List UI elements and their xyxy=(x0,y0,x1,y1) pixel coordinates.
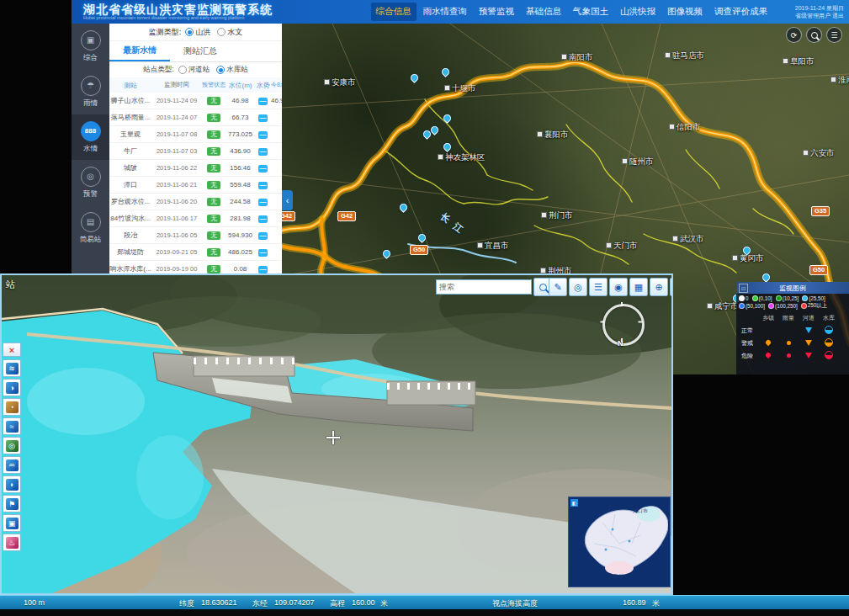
station-name[interactable]: 牛厂 xyxy=(109,146,151,156)
table-row[interactable]: 段冶 2019-11-06 05 无 594.930 — xyxy=(109,227,282,244)
table-row[interactable]: 牛厂 2019-11-07 03 无 436.90 — xyxy=(109,143,282,160)
tool-button[interactable]: ≋ xyxy=(3,359,21,377)
table-row[interactable]: 潭口 2019-11-06 21 无 559.48 — xyxy=(109,177,282,194)
radio-option[interactable]: 山洪 xyxy=(185,27,210,38)
tool-icon: ♒ xyxy=(6,459,19,471)
tool-button[interactable]: ◔ xyxy=(3,398,21,416)
alarm-status: 无 xyxy=(202,198,226,206)
sidebar-item[interactable]: ☂ 雨情 xyxy=(72,69,109,114)
tool-button[interactable]: ◑ xyxy=(3,379,21,396)
toolbar-button[interactable]: ✎ xyxy=(549,278,567,296)
legend-collapse-icon[interactable]: ⊡ xyxy=(739,284,748,293)
overview-inset-map[interactable]: ◧ 海口市三亚市 xyxy=(568,497,671,587)
station-name[interactable]: 玉皇观 xyxy=(109,130,151,139)
nav-item[interactable]: 基础信息 xyxy=(521,3,566,21)
inset-city-label: 海口市 xyxy=(633,507,648,515)
monitor-time: 2019-11-06 20 xyxy=(151,198,202,205)
station-name[interactable]: 落马桥雨量... xyxy=(109,113,151,122)
table-row[interactable]: 郧城堤防 2019-09-21 05 无 486.025 — xyxy=(109,244,282,261)
search-input[interactable] xyxy=(436,279,532,295)
radio-option[interactable]: 河道站 xyxy=(178,65,210,75)
station-name[interactable]: 段冶 xyxy=(109,231,151,240)
radio-option[interactable]: 水文 xyxy=(217,27,242,38)
close-icon[interactable]: × xyxy=(3,343,21,357)
sidebar-item-icon: ▣ xyxy=(81,30,101,50)
toolbar-button[interactable]: ☰ xyxy=(589,278,608,296)
station-name[interactable]: 城陂 xyxy=(109,163,151,173)
status-badge: 无 xyxy=(207,198,220,206)
sidebar-item-label: 预警 xyxy=(83,189,98,199)
toolbar-button[interactable]: ▦ xyxy=(629,278,648,296)
col-today[interactable]: 今8水位(m) xyxy=(271,81,281,89)
station-name[interactable]: 郧城堤防 xyxy=(109,247,151,257)
col-time[interactable]: 监测时间 xyxy=(151,81,202,89)
toolbar-button[interactable]: ◎ xyxy=(569,278,587,296)
nav-item[interactable]: 图像视频 xyxy=(662,3,708,21)
sidebar-item-label: 综合 xyxy=(83,53,98,63)
panel-tab[interactable]: 最新水情 xyxy=(109,41,170,61)
layers-icon[interactable]: ☰ xyxy=(826,27,842,43)
scene-toolbar: ✎◎☰◉▦⊕↶ xyxy=(547,278,673,296)
alarm-status: 无 xyxy=(202,215,226,223)
inset-toggle-icon[interactable]: ◧ xyxy=(570,499,578,507)
col-status[interactable]: 预警状态 xyxy=(202,81,226,89)
panel-collapse-button[interactable]: ‹ xyxy=(282,190,293,210)
tool-button[interactable]: ▣ xyxy=(3,514,21,532)
table-row[interactable]: 城陂 2019-11-06 22 无 156.46 — xyxy=(109,160,282,177)
table-row[interactable]: 玉皇观 2019-11-07 08 无 773.025 — xyxy=(109,126,282,143)
tool-button[interactable]: ◎ xyxy=(3,437,21,454)
tool-icon: ◑ xyxy=(6,382,19,394)
rain-legend-item: 0 xyxy=(739,295,749,301)
col-level[interactable]: 水位(m) xyxy=(226,81,255,90)
town-pin-icon xyxy=(765,352,772,358)
sidebar-item[interactable]: ▣ 综合 xyxy=(72,24,109,69)
toolbar-button[interactable]: ◉ xyxy=(609,278,628,296)
tool-button[interactable]: ◗ xyxy=(3,475,21,493)
table-row[interactable]: 落马桥雨量... 2019-11-24 07 无 66.73 — xyxy=(109,109,282,126)
trend-steady-icon: — xyxy=(258,199,268,206)
station-name[interactable]: 潭口 xyxy=(109,180,151,189)
panel-tab[interactable]: 测站汇总 xyxy=(170,41,231,61)
table-row[interactable]: 罗台观水位... 2019-11-06 20 无 244.58 — xyxy=(109,194,282,210)
row-label: 危险 xyxy=(736,352,758,360)
nav-item[interactable]: 综合信息 xyxy=(371,3,417,21)
rotate-icon[interactable]: ⟳ xyxy=(786,27,802,43)
viewer-3d-window[interactable]: 站 ✎◎☰◉▦⊕↶ N × ≋◑◔≈◎♒◗⚑▣♨ ◧ xyxy=(0,273,673,595)
status-badge: 无 xyxy=(207,265,220,273)
nav-item[interactable]: 气象国土 xyxy=(568,3,613,21)
table-row[interactable]: 84竹坡沟水... 2019-11-06 17 无 281.98 — xyxy=(109,210,282,227)
current-user[interactable]: 省级管理用户 退出 xyxy=(780,12,844,19)
station-type-filter: 站点类型: 河道站水库站 xyxy=(109,62,282,77)
nav-item[interactable]: 预警监视 xyxy=(474,3,519,21)
tool-button[interactable]: ♒ xyxy=(3,456,21,474)
sidebar-item[interactable]: ◎ 预警 xyxy=(72,160,109,205)
search-icon[interactable] xyxy=(806,27,822,43)
water-level: 244.58 xyxy=(226,198,255,205)
station-name[interactable]: 狮子山水位... xyxy=(109,96,151,105)
station-name[interactable]: 84竹坡沟水... xyxy=(109,214,151,223)
col-station[interactable]: 测站 xyxy=(109,81,151,90)
sidebar-item-label: 雨情 xyxy=(83,98,98,109)
toolbar-button[interactable]: ↶ xyxy=(670,278,673,296)
sidebar-item-label: 简易站 xyxy=(80,235,102,245)
nav-item[interactable]: 调查评价成果 xyxy=(709,3,772,21)
nav-item[interactable]: 山洪快报 xyxy=(615,3,661,21)
radio-option[interactable]: 水库站 xyxy=(216,65,248,75)
status-badge: 无 xyxy=(207,248,220,257)
sidebar-item[interactable]: ▤ 简易站 xyxy=(72,205,109,251)
radio-label: 河道站 xyxy=(188,65,210,75)
station-name[interactable]: 罗台观水位... xyxy=(109,197,151,206)
dam-gate-pillars xyxy=(194,358,294,364)
compass[interactable]: N xyxy=(601,302,645,351)
tool-button[interactable]: ⚑ xyxy=(3,495,21,512)
tool-button[interactable]: ♨ xyxy=(3,534,21,551)
user-date-block[interactable]: 2019-11-24 星期日 省级管理用户 退出 xyxy=(780,4,844,19)
col-trend[interactable]: 水势 xyxy=(255,81,271,90)
tool-button[interactable]: ≈ xyxy=(3,417,21,435)
table-row[interactable]: 狮子山水位... 2019-11-24 09 无 46.98 — 46.99 xyxy=(109,93,282,109)
toolbar-button[interactable]: ⊕ xyxy=(650,278,668,296)
nav-item[interactable]: 雨水情查询 xyxy=(418,3,473,21)
trend-steady-icon: — xyxy=(258,98,268,105)
sidebar-item[interactable]: 888 水情 xyxy=(72,114,109,160)
station-name[interactable]: 响水潭水库(... xyxy=(109,264,151,273)
